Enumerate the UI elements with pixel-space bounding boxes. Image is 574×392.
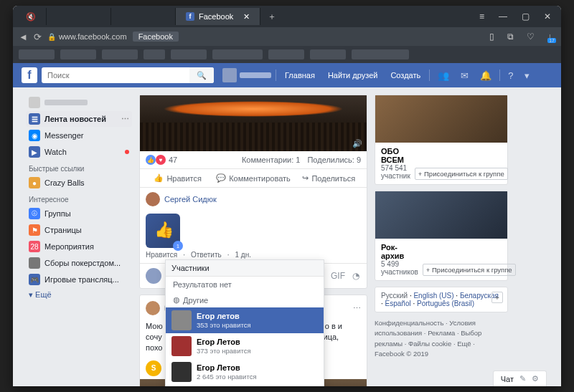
facebook-logo-icon[interactable]: f <box>22 67 37 83</box>
sidebar-item-poker[interactable]: Сборы покерстдом... <box>26 255 132 271</box>
menu-icon[interactable]: ≡ <box>472 11 491 21</box>
chat-bar[interactable]: Чат ✎ ⚙ <box>493 371 547 386</box>
window-close-icon[interactable]: ✕ <box>537 11 558 21</box>
mention-item[interactable]: Егор летов353 это нравится <box>166 307 324 333</box>
post-video[interactable]: 🔊 <box>140 95 367 151</box>
copyright: Facebook © 2019 <box>375 350 428 358</box>
shares-count[interactable]: Поделились: 9 <box>307 156 361 164</box>
post-actions: 👍Нравится 💬Комментировать ↪Поделиться <box>140 169 367 188</box>
bookmark-item[interactable] <box>212 49 263 59</box>
lang-link[interactable]: Português (Brasil) <box>417 300 474 307</box>
friends-icon[interactable]: 👥 <box>434 70 453 81</box>
back-icon[interactable]: ◄ <box>19 32 28 42</box>
join-group-button[interactable]: + Присоединиться к группе <box>415 168 508 180</box>
group-name[interactable]: ОБО ВСЕМ <box>381 147 410 164</box>
avatar <box>146 301 160 315</box>
sidebar-item-events[interactable]: 28Мероприятия <box>26 239 132 254</box>
notifications-icon[interactable]: 🔔 <box>476 70 495 81</box>
sidebar-item-messenger[interactable]: ◉Messenger <box>26 128 132 143</box>
gif-icon[interactable]: GIF <box>329 271 347 281</box>
game-icon: ● <box>29 177 40 188</box>
footer-link[interactable]: Конфиденциальность <box>375 319 443 327</box>
footer-links: Конфиденциальность · Условия использован… <box>375 318 508 359</box>
bookmark-item[interactable] <box>171 49 207 59</box>
gear-icon[interactable]: ⚙ <box>532 374 539 383</box>
more-icon[interactable]: ⋯ <box>121 115 129 124</box>
close-icon[interactable]: ✕ <box>243 12 250 21</box>
comment-reply[interactable]: Ответить <box>191 251 222 259</box>
like-icon: 👍 <box>154 173 164 183</box>
sidebar-item-pages[interactable]: ⚑Страницы <box>26 222 132 238</box>
bookmark-item[interactable] <box>102 49 138 59</box>
nav-find-friends[interactable]: Найти друзей <box>324 71 382 80</box>
profile-link[interactable] <box>222 68 271 82</box>
sidebar-heading-quick: Быстрые ссылки <box>26 161 132 174</box>
comments-count[interactable]: Комментарии: 1 <box>242 156 301 164</box>
search-button[interactable]: 🔍 <box>189 67 214 83</box>
sticker-icon[interactable]: ◔ <box>351 271 361 281</box>
maximize-icon[interactable]: ▢ <box>514 11 537 21</box>
sidebar-item-groups[interactable]: ⦾Группы <box>26 206 132 221</box>
add-language-button[interactable]: + <box>491 292 503 303</box>
post-reactions[interactable]: 👍 ♥ 47 Комментарии: 1 Поделились: 9 <box>140 151 367 169</box>
lang-link[interactable]: Español <box>385 300 411 307</box>
tab-mute[interactable]: 🔇 <box>16 8 47 25</box>
ext-copy-icon[interactable]: ⧉ <box>504 32 517 42</box>
join-group-button[interactable]: + Присоединиться к группе <box>423 264 516 276</box>
footer-link[interactable]: Файлы cookie <box>408 340 451 348</box>
groups-icon: ⦾ <box>29 208 40 219</box>
url-display[interactable]: 🔒 www.facebook.com Facebook <box>47 32 179 42</box>
footer-link[interactable]: Ещё <box>457 340 471 348</box>
ext-heart-icon[interactable]: ♡ <box>523 32 538 42</box>
lang-link[interactable]: English (US) <box>413 292 453 300</box>
tab-other-1[interactable] <box>47 8 111 25</box>
sidebar-more[interactable]: ▾ Ещё <box>26 288 132 302</box>
help-icon[interactable]: ? <box>504 70 517 81</box>
page-label: Facebook <box>133 32 179 42</box>
sidebar-item-watch[interactable]: ▶Watch <box>26 144 132 160</box>
group-card: ОБО ВСЕМ 574 541участник + Присоединитьс… <box>375 95 508 185</box>
sidebar-item-gaming[interactable]: 🎮Игровые трансляц... <box>26 272 132 287</box>
sidebar-heading-interesting: Интересное <box>26 191 132 205</box>
search-input[interactable] <box>42 71 189 80</box>
bookmark-item[interactable] <box>60 49 96 59</box>
volume-icon[interactable]: 🔊 <box>352 139 362 148</box>
comment-button[interactable]: 💬Комментировать <box>215 169 291 187</box>
post-options-icon[interactable]: ⋯ <box>353 304 361 313</box>
avatar <box>146 192 160 206</box>
mention-item[interactable]: Егор Летов2 645 это нравится <box>166 359 324 385</box>
mention-dropdown: Участники Результатов нет ◍Другие Егор л… <box>165 259 324 386</box>
like-button[interactable]: 👍Нравится <box>140 169 215 187</box>
footer-link[interactable]: Реклама <box>428 329 455 337</box>
ext-shield-icon[interactable]: ▯ <box>486 32 498 42</box>
nav-create[interactable]: Создать <box>386 71 425 80</box>
share-button[interactable]: ↪Поделиться <box>291 169 367 187</box>
sidebar-item-news[interactable]: ☰Лента новостей⋯ <box>26 111 132 127</box>
nav-home[interactable]: Главная <box>281 71 319 80</box>
bookmark-item[interactable] <box>268 49 304 59</box>
bookmark-item[interactable] <box>144 49 165 59</box>
ext-download-icon[interactable]: ↓17 <box>544 32 555 42</box>
bookmark-item[interactable] <box>352 49 409 59</box>
group-cover[interactable] <box>375 191 507 239</box>
messages-icon[interactable]: ✉ <box>457 70 472 81</box>
chevron-down-icon[interactable]: ▾ <box>521 70 533 81</box>
sidebar-item-crazyballs[interactable]: ●Crazy Balls <box>26 175 132 191</box>
tab-other-2[interactable] <box>111 8 176 25</box>
sidebar-profile[interactable] <box>26 95 132 110</box>
tab-facebook[interactable]: f Facebook ✕ <box>176 8 260 25</box>
minimize-icon[interactable]: — <box>491 11 514 21</box>
reload-icon[interactable]: ⟳ <box>34 32 42 42</box>
new-tab-button[interactable]: ＋ <box>260 11 283 23</box>
mention-item[interactable]: Егор Летов373 это нравится <box>166 333 324 359</box>
comment-author[interactable]: Сергей Сидюк <box>140 188 367 211</box>
compose-icon[interactable]: ✎ <box>519 374 526 383</box>
group-name[interactable]: Рок-архив <box>381 243 418 260</box>
bookmark-item[interactable] <box>19 49 55 59</box>
comment-like[interactable]: Нравится <box>146 251 177 259</box>
share-icon: ↪ <box>302 173 309 183</box>
group-cover[interactable] <box>375 95 507 143</box>
mention-item[interactable]: ЕГОР ЛЕТОВ178 это нравится <box>166 385 324 386</box>
commenter-name: Сергей Сидюк <box>164 195 217 204</box>
bookmark-item[interactable] <box>310 49 346 59</box>
